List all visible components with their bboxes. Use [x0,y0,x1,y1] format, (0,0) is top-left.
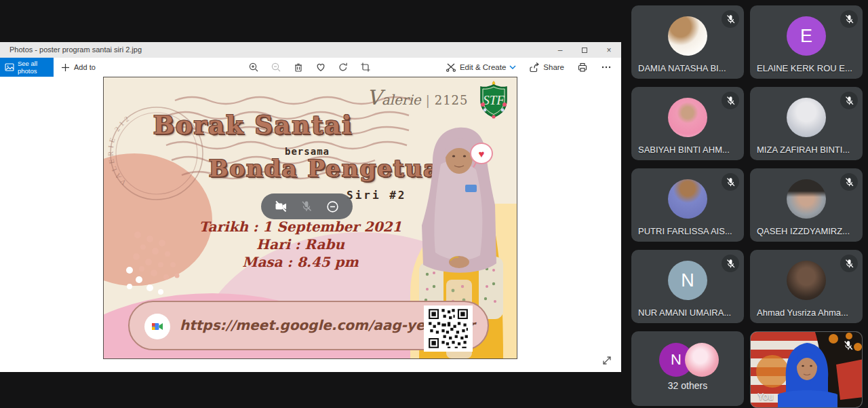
avatar-initial: N [671,351,682,369]
poster-time-line: Masa : 8.45 pm [165,253,436,271]
avatar-photo [787,98,826,137]
school-crest-icon: STF [478,80,509,119]
see-all-photos-label: See all photos [18,60,54,75]
add-to-label: Add to [74,63,96,71]
avatar-photo [668,179,707,219]
mic-off-icon [840,255,858,272]
mic-off-icon [722,92,739,109]
crop-icon[interactable] [360,62,371,73]
camera-off-button[interactable] [275,200,288,212]
avatar-photo [787,261,826,300]
mic-off-icon [840,92,858,109]
participant-name: NUR AMANI UMAIRA... [638,308,731,318]
participant-name: PUTRI FARLISSA AIS... [638,226,732,236]
meet-overlay-controls [261,193,353,219]
avatar-photo [668,16,707,56]
avatar-initial: E [800,26,812,47]
share-button[interactable]: Share [529,62,564,73]
edit-create-label: Edit & Create [460,63,506,71]
mic-off-icon [840,337,857,354]
maximize-icon [582,48,587,53]
close-button[interactable]: × [597,42,621,58]
mic-off-icon [722,255,739,272]
photos-gallery-icon [5,62,14,72]
zoom-in-icon[interactable] [248,62,259,73]
delete-icon[interactable] [293,62,304,73]
photos-toolbar: See all photos Add to [0,58,621,77]
participant-name: SABIYAH BINTI AHM... [638,145,730,155]
remove-pin-button[interactable] [326,200,339,213]
participant-name: ELAINE KERK ROU E... [757,63,852,73]
participant-tile-damia[interactable]: DAMIA NATASHA BI... [631,5,744,79]
poster-brand: Valerie | 2125 [367,86,479,109]
photos-app-window: Photos - poster program santai siri 2.jp… [0,42,621,372]
window-titlebar[interactable]: Photos - poster program santai siri 2.jp… [0,42,621,58]
participant-tile-nur[interactable]: N NUR AMANI UMAIRA... [631,250,744,323]
brand-script-text: Valerie [367,86,421,109]
toolbar-center-icons [248,58,371,77]
avatar-letter: E [787,16,826,56]
participant-tile-miza[interactable]: MIZA ZAFIRAH BINTI... [750,87,863,160]
share-icon [529,62,540,73]
participant-tile-qaseh[interactable]: QASEH IZZDYAMIRZ... [750,168,863,242]
avatar-letter: N [668,261,707,300]
minimize-button[interactable]: – [548,42,572,58]
edit-scissors-icon [446,62,456,73]
svg-text:VALERIE 2125: VALERIE 2125 [104,77,132,187]
zoom-out-icon[interactable] [271,62,281,73]
mic-off-icon [722,173,739,191]
toolbar-right-icons: Edit & Create Share [446,58,612,77]
photo-viewer-canvas: VALERIE 2125 Valerie | 2125 [0,77,621,372]
chevron-down-icon [509,64,516,71]
see-all-photos-button[interactable]: See all photos [0,58,54,77]
avatar-photo [685,343,719,377]
avatar-initial: N [681,270,694,291]
others-tile[interactable]: N 32 others [631,331,744,406]
poster-date-block: Tarikh : 1 September 2021 Hari : Rabu Ma… [165,218,436,271]
window-controls: – × [548,42,621,58]
mic-off-icon [722,10,739,28]
meet-participants-panel: DAMIA NATASHA BI... E ELAINE KERK ROU E.… [629,0,868,408]
heart-glyph: ♥ [479,148,485,160]
participant-tile-putri[interactable]: PUTRI FARLISSA AIS... [631,168,744,242]
brand-divider: | [426,93,430,107]
favorite-heart-icon[interactable] [315,62,326,73]
participant-name: DAMIA NATASHA BI... [638,63,726,73]
poster-title-line1: Borak Santai [141,110,365,140]
heart-bubble-icon: ♥ [470,143,493,164]
rotate-icon[interactable] [338,62,349,73]
print-icon[interactable] [577,62,588,73]
mic-off-icon [840,173,858,191]
participant-tile-elaine[interactable]: E ELAINE KERK ROU E... [750,5,863,79]
plus-icon [61,63,70,72]
you-label: You [757,391,774,402]
others-avatars: N [659,343,716,377]
add-to-button[interactable]: Add to [61,58,96,77]
you-tile[interactable]: You [750,331,863,408]
expand-diagonal-icon[interactable] [601,354,613,367]
window-title: Photos - poster program santai siri 2.jp… [9,45,142,54]
brand-number: 2125 [435,93,469,107]
poster-series: Siri #2 [347,189,406,202]
avatar-photo [787,179,826,219]
poster-day-line: Hari : Rabu [165,236,436,253]
participant-name: QASEH IZZDYAMIRZ... [757,226,850,236]
participant-name: MIZA ZAFIRAH BINTI... [757,145,850,155]
edit-create-button[interactable]: Edit & Create [446,62,516,73]
participant-tile-sabiyah[interactable]: SABIYAH BINTI AHM... [631,87,744,160]
participant-tile-ahmad[interactable]: Ahmad Yusriza Ahma... [750,250,863,323]
avatar-photo [668,98,707,137]
google-meet-icon [144,314,170,339]
mic-off-icon [840,10,858,28]
others-count-label: 32 others [631,380,744,391]
more-options-icon[interactable] [601,62,612,73]
poster-image: VALERIE 2125 Valerie | 2125 [104,77,517,358]
participant-name: Ahmad Yusriza Ahma... [757,308,848,318]
poster-date-line: Tarikh : 1 September 2021 [165,218,436,236]
mic-off-button[interactable] [300,200,313,212]
share-label: Share [543,63,564,71]
maximize-button[interactable] [572,42,597,58]
svg-text:STF: STF [483,93,505,107]
qr-code [424,305,473,352]
